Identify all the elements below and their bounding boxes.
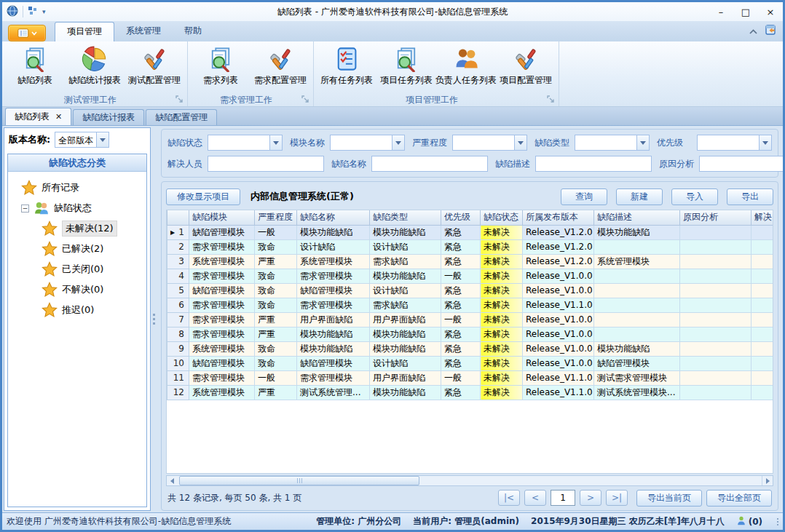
grid-cell[interactable]: 需求管理模块 — [189, 312, 255, 327]
ribbon-button-task-list-3-1[interactable]: 所有任务列表 — [317, 44, 376, 88]
status-cell[interactable]: 未解决 — [481, 269, 523, 283]
application-menu-button[interactable] — [8, 25, 46, 41]
doc-tab-2[interactable]: 缺陷统计报表 — [73, 109, 144, 125]
grid-cell[interactable]: 需求管理模块 — [189, 370, 255, 385]
grid-cell[interactable]: 系统管理模块 — [594, 254, 680, 269]
combobox-dropdown-icon[interactable] — [514, 135, 526, 150]
grid-cell[interactable] — [594, 312, 680, 327]
close-button[interactable]: × — [758, 3, 783, 20]
grid-cell[interactable]: 模块功能缺陷 — [370, 225, 441, 239]
export-current-page-button[interactable]: 导出当前页 — [636, 490, 702, 507]
grid-cell[interactable]: 设计缺陷 — [370, 283, 441, 298]
close-tab-icon[interactable]: ✕ — [55, 112, 62, 122]
grid-cell[interactable] — [594, 327, 680, 341]
dialog-launcher-icon[interactable] — [301, 95, 310, 104]
splitter-handle[interactable] — [151, 126, 157, 512]
grid-cell[interactable]: 系统管理模块 — [297, 254, 370, 269]
grid-cell[interactable]: 系统管理模块 — [189, 385, 255, 400]
grid-cell[interactable]: Release_V1.2.0 — [523, 239, 594, 254]
grid-column-header[interactable]: 所属发布版本 — [523, 210, 594, 225]
grid-column-header[interactable]: 解决 — [752, 210, 774, 225]
maximize-button[interactable]: □ — [733, 3, 758, 20]
grid-cell[interactable]: 模块功能缺陷 — [370, 341, 441, 356]
grid-cell[interactable]: 需求管理模块 — [297, 269, 370, 283]
grid-cell[interactable] — [680, 298, 752, 312]
style-switch-icon[interactable] — [765, 24, 777, 38]
ribbon-button-tools-2-2[interactable]: 需求配置管理 — [251, 44, 310, 88]
grid-cell[interactable] — [680, 269, 752, 283]
grid-column-header[interactable]: 缺陷描述 — [594, 210, 680, 225]
grid-cell[interactable]: 模块功能缺陷 — [594, 341, 680, 356]
first-page-button[interactable]: |< — [498, 490, 520, 506]
tree-item-4[interactable]: 已解决(2) — [11, 239, 143, 259]
grid-row[interactable]: 10缺陷管理模块致命缺陷管理模块设计缺陷紧急未解决Release_V1.0.0缺… — [167, 356, 774, 370]
grid-row[interactable]: 6需求管理模块致命需求管理模块需求缺陷紧急未解决Release_V1.1.0 — [167, 298, 774, 312]
grid-cell[interactable]: 一般 — [441, 370, 481, 385]
scroll-left-icon[interactable] — [167, 476, 178, 485]
grid-cell[interactable]: 缺陷管理模块 — [594, 356, 680, 370]
ribbon-button-people-3-3[interactable]: 负责人任务列表 — [436, 44, 496, 88]
grid-cell[interactable]: 用户界面缺陷 — [370, 370, 441, 385]
grid-cell[interactable]: 缺陷管理模块 — [189, 283, 255, 298]
grid-cell[interactable] — [752, 239, 774, 254]
status-cell[interactable]: 未解决 — [481, 385, 523, 400]
grid-cell[interactable]: 紧急 — [441, 225, 481, 239]
grid-cell[interactable]: 需求缺陷 — [370, 254, 441, 269]
grid-cell[interactable] — [680, 356, 752, 370]
ribbon-button-doc-search-3-2[interactable]: 项目任务列表 — [376, 44, 436, 88]
row-header[interactable]: 7 — [167, 312, 189, 327]
grid-cell[interactable]: 需求管理模块 — [297, 298, 370, 312]
doc-tab-3[interactable]: 缺陷配置管理 — [146, 109, 217, 125]
grid-cell[interactable]: 需求管理模块 — [297, 370, 370, 385]
grid-row[interactable]: 5缺陷管理模块致命缺陷管理模块设计缺陷紧急未解决Release_V1.0.0 — [167, 283, 774, 298]
grid-cell[interactable]: Release_V1.0.0 — [523, 341, 594, 356]
grid-cell[interactable]: 致命 — [255, 269, 297, 283]
grid-cell[interactable]: 一般 — [441, 269, 481, 283]
ribbon-button-pie-chart-1-2[interactable]: 缺陷统计报表 — [65, 44, 125, 88]
grid-cell[interactable]: 模块功能缺陷 — [297, 225, 370, 239]
filter-combobox[interactable] — [330, 135, 405, 151]
grid-cell[interactable]: 严重 — [255, 385, 297, 400]
grid-cell[interactable]: 用户界面缺陷 — [297, 312, 370, 327]
grid-cell[interactable] — [680, 341, 752, 356]
grid-cell[interactable] — [752, 370, 774, 385]
ribbon-tab-1[interactable]: 项目管理 — [55, 22, 114, 41]
grid-cell[interactable]: 需求缺陷 — [370, 298, 441, 312]
grid-cell[interactable] — [752, 341, 774, 356]
grid-cell[interactable] — [752, 269, 774, 283]
row-header[interactable]: 4 — [167, 269, 189, 283]
grid-cell[interactable]: 一般 — [255, 370, 297, 385]
grid-cell[interactable]: 测试需求管理模块 — [594, 370, 680, 385]
grid-cell[interactable]: Release_V1.0.0 — [523, 312, 594, 327]
grid-row[interactable]: 4需求管理模块致命需求管理模块模块功能缺陷一般未解决Release_V1.0.0 — [167, 269, 774, 283]
grid-cell[interactable]: 缺陷管理模块 — [297, 283, 370, 298]
grid-cell[interactable]: Release_V1.0.0 — [523, 269, 594, 283]
ribbon-button-tools-3-4[interactable]: 项目配置管理 — [496, 44, 556, 88]
grid-column-header[interactable]: 优先级 — [441, 210, 481, 225]
dialog-launcher-icon[interactable] — [547, 95, 556, 104]
grid-cell[interactable]: 紧急 — [441, 298, 481, 312]
row-header[interactable]: 12 — [167, 385, 189, 400]
combobox-dropdown-icon[interactable] — [636, 135, 649, 150]
grid-cell[interactable]: Release_V1.1.0 — [523, 370, 594, 385]
grid-column-header[interactable]: 缺陷类型 — [370, 210, 441, 225]
grid-cell[interactable]: 紧急 — [441, 385, 481, 400]
grid-cell[interactable]: 紧急 — [441, 341, 481, 356]
grid-column-header[interactable]: 缺陷名称 — [297, 210, 370, 225]
scroll-right-icon[interactable] — [762, 476, 773, 485]
row-header[interactable]: 11 — [167, 370, 189, 385]
grid-cell[interactable]: 紧急 — [441, 283, 481, 298]
grid-cell[interactable]: 模块功能缺陷 — [370, 385, 441, 400]
grid-cell[interactable] — [680, 239, 752, 254]
grid-cell[interactable]: 模块功能缺陷 — [370, 327, 441, 341]
grid-cell[interactable]: 设计缺陷 — [370, 356, 441, 370]
quick-access-icon[interactable] — [28, 6, 38, 18]
grid-cell[interactable] — [680, 225, 752, 239]
grid-cell[interactable] — [680, 312, 752, 327]
grid-cell[interactable]: Release_V1.0.0 — [523, 283, 594, 298]
new-button[interactable]: 新建 — [616, 188, 663, 205]
ribbon-button-tools-1-3[interactable]: 测试配置管理 — [125, 44, 184, 88]
grid-cell[interactable]: 严重 — [255, 312, 297, 327]
grid-cell[interactable]: 一般 — [441, 312, 481, 327]
grid-cell[interactable]: 模块功能缺陷 — [594, 225, 680, 239]
